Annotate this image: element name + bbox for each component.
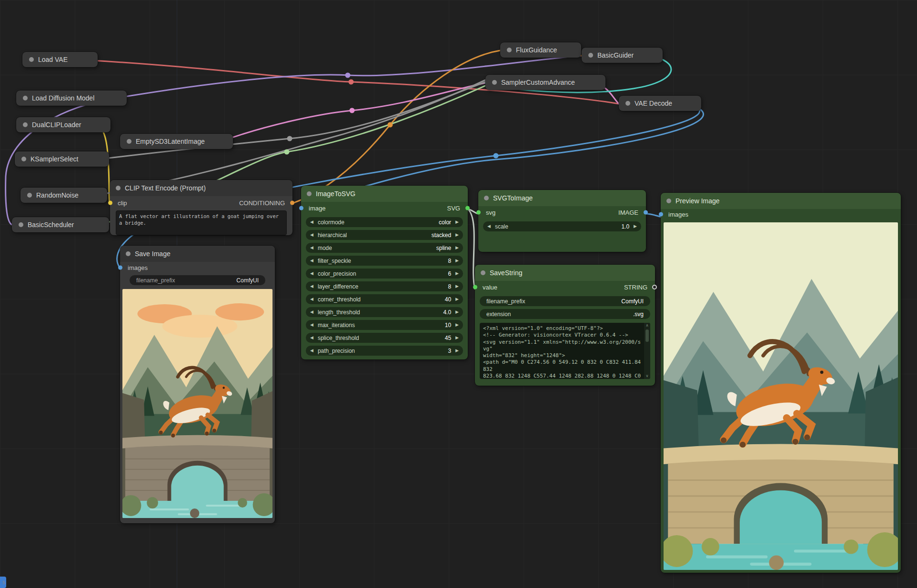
increment-icon[interactable]: ▶	[455, 233, 459, 237]
scroll-down-icon[interactable]: ∨	[646, 373, 649, 379]
scroll-up-icon[interactable]: ∧	[646, 323, 649, 329]
collapse-dot-icon[interactable]	[507, 48, 512, 52]
collapse-dot-icon[interactable]	[127, 139, 131, 144]
node-load-diffusion-model[interactable]: Load Diffusion Model	[16, 90, 127, 106]
input-port-value[interactable]	[473, 285, 477, 289]
decrement-icon[interactable]: ◀	[310, 233, 313, 237]
collapse-dot-icon[interactable]	[625, 101, 630, 106]
node-sampler-custom-advance[interactable]: SamplerCustomAdvance	[485, 75, 605, 90]
link-dot[interactable]	[349, 80, 354, 85]
increment-icon[interactable]: ▶	[455, 297, 459, 301]
increment-icon[interactable]: ▶	[634, 224, 637, 229]
node-svg-to-image[interactable]: SVGToImage svg IMAGE ◀ scale 1.0 ▶	[478, 190, 646, 252]
node-image-to-svg[interactable]: ImageToSVG image SVG ◀ colormode color ▶…	[301, 186, 468, 359]
link-dot[interactable]	[345, 73, 351, 78]
decrement-icon[interactable]: ◀	[487, 224, 491, 229]
node-header[interactable]: ImageToSVG	[301, 186, 468, 202]
widget-splice-threshold[interactable]: ◀ splice_threshold 45 ▶	[306, 333, 463, 343]
collapse-dot-icon[interactable]	[23, 122, 28, 127]
svg-code-widget[interactable]: <?xml version="1.0" encoding="UTF-8"?> <…	[480, 323, 650, 379]
decrement-icon[interactable]: ◀	[310, 349, 313, 353]
widget-hierarchical[interactable]: ◀ hierarchical stacked ▶	[306, 230, 463, 240]
increment-icon[interactable]: ▶	[455, 246, 459, 250]
node-basic-guider[interactable]: BasicGuider	[582, 48, 663, 63]
node-header[interactable]: CLIP Text Encode (Prompt)	[110, 180, 292, 196]
input-port-clip[interactable]	[108, 201, 112, 205]
node-empty-sd3-latent-image[interactable]: EmptySD3LatentImage	[120, 134, 233, 149]
node-load-vae[interactable]: Load VAE	[22, 52, 98, 67]
node-clip-text-encode[interactable]: CLIP Text Encode (Prompt) clip CONDITION…	[110, 180, 292, 235]
increment-icon[interactable]: ▶	[455, 323, 459, 327]
widget-path-precision[interactable]: ◀ path_precision 3 ▶	[306, 346, 463, 356]
collapse-dot-icon[interactable]	[23, 96, 28, 100]
output-port-conditioning[interactable]	[290, 201, 294, 205]
decrement-icon[interactable]: ◀	[310, 220, 313, 224]
node-save-image[interactable]: Save Image images filename_prefix ComfyU…	[120, 246, 275, 523]
decrement-icon[interactable]: ◀	[310, 259, 313, 263]
widget-colormode[interactable]: ◀ colormode color ▶	[306, 217, 463, 227]
widget-scale[interactable]: ◀ scale 1.0 ▶	[483, 221, 641, 231]
collapse-dot-icon[interactable]	[29, 57, 34, 62]
input-port-svg[interactable]	[476, 210, 481, 215]
increment-icon[interactable]: ▶	[455, 284, 459, 289]
node-basic-scheduler[interactable]: BasicScheduler	[12, 217, 109, 232]
collapse-dot-icon[interactable]	[21, 157, 26, 161]
node-dual-clip-loader[interactable]: DualCLIPLoader	[16, 117, 111, 132]
node-graph-canvas[interactable]: Load VAE Load Diffusion Model DualCLIPLo…	[0, 0, 917, 588]
node-header[interactable]: SaveString	[475, 265, 655, 281]
widget-color-precision[interactable]: ◀ color_precision 6 ▶	[306, 269, 463, 279]
link-dot[interactable]	[494, 153, 499, 159]
input-port-images[interactable]	[118, 266, 122, 270]
node-ksampler-select[interactable]: KSamplerSelect	[15, 151, 109, 167]
output-port-string[interactable]	[652, 285, 657, 289]
node-header[interactable]: SVGToImage	[478, 190, 646, 206]
node-vae-decode[interactable]: VAE Decode	[619, 96, 701, 111]
collapse-dot-icon[interactable]	[19, 222, 23, 227]
collapse-dot-icon[interactable]	[588, 53, 593, 58]
node-header[interactable]: Save Image	[120, 246, 275, 262]
decrement-icon[interactable]: ◀	[310, 297, 313, 301]
widget-filename-prefix[interactable]: filename_prefix ComfyUI	[480, 296, 650, 306]
output-port-svg[interactable]	[465, 206, 470, 210]
link-dot[interactable]	[284, 149, 290, 155]
scrollbar[interactable]: ∧ ∨	[644, 323, 650, 379]
increment-icon[interactable]: ▶	[455, 220, 459, 224]
widget-mode[interactable]: ◀ mode spline ▶	[306, 243, 463, 253]
link-dot[interactable]	[388, 122, 393, 128]
increment-icon[interactable]: ▶	[455, 349, 459, 353]
node-preview-image[interactable]: Preview Image images	[661, 193, 901, 573]
increment-icon[interactable]: ▶	[455, 310, 459, 314]
increment-icon[interactable]: ▶	[455, 259, 459, 263]
increment-icon[interactable]: ▶	[455, 336, 459, 340]
link-dot[interactable]	[350, 108, 355, 113]
node-random-noise[interactable]: RandomNoise	[20, 188, 107, 203]
widget-filter-speckle[interactable]: ◀ filter_speckle 8 ▶	[306, 256, 463, 266]
widget-layer-difference[interactable]: ◀ layer_difference 8 ▶	[306, 281, 463, 291]
decrement-icon[interactable]: ◀	[310, 271, 313, 276]
decrement-icon[interactable]: ◀	[310, 284, 313, 289]
widget-extension[interactable]: extension .svg	[480, 309, 650, 319]
widget-max-iterations[interactable]: ◀ max_iterations 10 ▶	[306, 320, 463, 330]
decrement-icon[interactable]: ◀	[310, 336, 313, 340]
output-port-image[interactable]	[644, 210, 648, 215]
widget-length-threshold[interactable]: ◀ length_threshold 4.0 ▶	[306, 307, 463, 317]
node-header[interactable]: Preview Image	[661, 193, 901, 209]
collapse-dot-icon[interactable]	[481, 270, 485, 275]
link-dot[interactable]	[287, 136, 292, 141]
input-port-image[interactable]	[299, 206, 303, 210]
scrollbar-thumb[interactable]	[645, 329, 649, 342]
widget-corner-threshold[interactable]: ◀ corner_threshold 40 ▶	[306, 294, 463, 304]
decrement-icon[interactable]: ◀	[310, 323, 313, 327]
decrement-icon[interactable]: ◀	[310, 310, 313, 314]
increment-icon[interactable]: ▶	[455, 271, 459, 276]
widget-filename-prefix[interactable]: filename_prefix ComfyUI	[130, 275, 265, 285]
collapse-dot-icon[interactable]	[307, 191, 312, 196]
collapse-dot-icon[interactable]	[666, 199, 671, 203]
collapse-dot-icon[interactable]	[116, 186, 121, 190]
node-flux-guidance[interactable]: FluxGuidance	[500, 42, 581, 58]
decrement-icon[interactable]: ◀	[310, 246, 313, 250]
collapse-dot-icon[interactable]	[126, 251, 131, 256]
prompt-text-widget[interactable]: A flat vector art illustration of a goat…	[116, 210, 287, 235]
collapse-dot-icon[interactable]	[27, 193, 32, 198]
collapse-dot-icon[interactable]	[492, 80, 497, 85]
